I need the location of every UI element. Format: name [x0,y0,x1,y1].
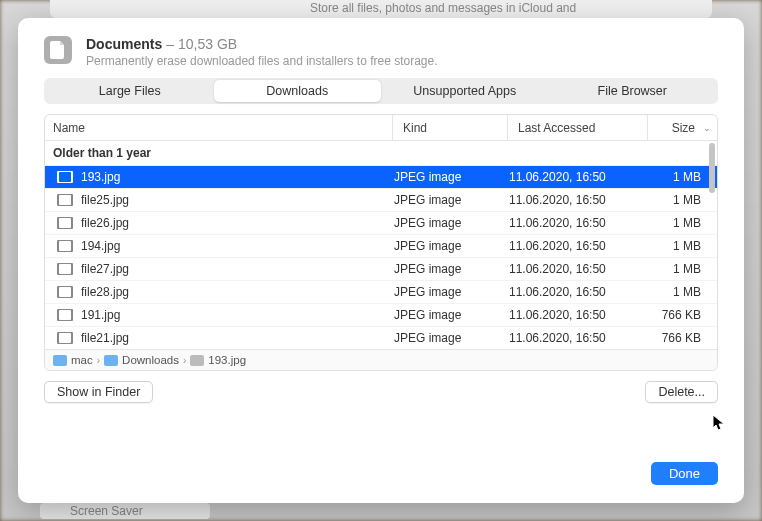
chevron-down-icon: ⌄ [703,123,711,133]
group-header: Older than 1 year [45,141,717,166]
file-kind: JPEG image [392,170,507,184]
table-row[interactable]: 193.jpgJPEG image11.06.2020, 16:501 MB [45,166,717,189]
action-row: Show in Finder Delete... [18,371,744,403]
column-kind[interactable]: Kind [392,115,507,140]
dialog-title: Documents [86,36,162,52]
file-kind: JPEG image [392,262,507,276]
file-date: 11.06.2020, 16:50 [507,239,647,253]
file-kind: JPEG image [392,193,507,207]
column-size-label: Size [672,121,695,135]
column-last-accessed[interactable]: Last Accessed [507,115,647,140]
jpeg-icon [57,240,73,252]
table-row[interactable]: file26.jpgJPEG image11.06.2020, 16:501 M… [45,212,717,235]
file-size: 1 MB [647,239,717,253]
file-table: Name Kind Last Accessed Size ⌄ Older tha… [44,114,718,371]
dialog-footer: Done [18,448,744,503]
tab-file-browser[interactable]: File Browser [549,80,717,102]
background-hint-top: Store all files, photos and messages in … [50,0,712,18]
file-name: 194.jpg [81,239,120,253]
done-button[interactable]: Done [651,462,718,485]
table-row[interactable]: file27.jpgJPEG image11.06.2020, 16:501 M… [45,258,717,281]
table-row[interactable]: 194.jpgJPEG image11.06.2020, 16:501 MB [45,235,717,258]
dialog-size: 10,53 GB [178,36,237,52]
table-row[interactable]: file25.jpgJPEG image11.06.2020, 16:501 M… [45,189,717,212]
file-name: file21.jpg [81,331,129,345]
chevron-right-icon: › [97,355,100,366]
scrollbar-thumb[interactable] [709,143,715,193]
jpeg-icon [57,332,73,344]
file-name: 191.jpg [81,308,120,322]
file-name: file25.jpg [81,193,129,207]
file-date: 11.06.2020, 16:50 [507,262,647,276]
breadcrumb: mac›Downloads›193.jpg [45,349,717,370]
file-size: 1 MB [647,193,717,207]
file-date: 11.06.2020, 16:50 [507,193,647,207]
breadcrumb-item[interactable]: Downloads [122,354,179,366]
file-kind: JPEG image [392,308,507,322]
breadcrumb-item[interactable]: mac [71,354,93,366]
tab-bar: Large FilesDownloadsUnsupported AppsFile… [44,78,718,104]
file-date: 11.06.2020, 16:50 [507,331,647,345]
jpeg-icon [57,194,73,206]
file-size: 1 MB [647,216,717,230]
file-kind: JPEG image [392,216,507,230]
documents-icon [44,36,72,64]
tab-unsupported-apps[interactable]: Unsupported Apps [381,80,549,102]
show-in-finder-button[interactable]: Show in Finder [44,381,153,403]
file-kind: JPEG image [392,285,507,299]
file-name: file27.jpg [81,262,129,276]
file-size: 1 MB [647,262,717,276]
folder-icon [104,355,118,366]
file-size: 766 KB [647,331,717,345]
file-name: file28.jpg [81,285,129,299]
file-size: 1 MB [647,170,717,184]
file-date: 11.06.2020, 16:50 [507,285,647,299]
file-kind: JPEG image [392,239,507,253]
jpeg-icon [57,217,73,229]
chevron-right-icon: › [183,355,186,366]
file-date: 11.06.2020, 16:50 [507,170,647,184]
jpeg-icon [57,171,73,183]
column-size[interactable]: Size ⌄ [647,115,717,140]
jpeg-icon [57,286,73,298]
table-row[interactable]: file21.jpgJPEG image11.06.2020, 16:50766… [45,327,717,349]
breadcrumb-item[interactable]: 193.jpg [208,354,246,366]
file-icon [190,355,204,366]
column-name[interactable]: Name [45,121,392,135]
delete-button[interactable]: Delete... [645,381,718,403]
dialog-header: Documents–10,53 GB Permanently erase dow… [18,18,744,78]
file-size: 766 KB [647,308,717,322]
tab-large-files[interactable]: Large Files [46,80,214,102]
file-name: file26.jpg [81,216,129,230]
table-header: Name Kind Last Accessed Size ⌄ [45,115,717,141]
file-date: 11.06.2020, 16:50 [507,216,647,230]
jpeg-icon [57,263,73,275]
table-row[interactable]: file28.jpgJPEG image11.06.2020, 16:501 M… [45,281,717,304]
dialog-title-row: Documents–10,53 GB [86,36,718,52]
file-kind: JPEG image [392,331,507,345]
jpeg-icon [57,309,73,321]
file-date: 11.06.2020, 16:50 [507,308,647,322]
file-size: 1 MB [647,285,717,299]
background-hint-bottom: Screen Saver [40,503,210,519]
table-body: Older than 1 year 193.jpgJPEG image11.06… [45,141,717,349]
disk-icon [53,355,67,366]
table-row[interactable]: 191.jpgJPEG image11.06.2020, 16:50766 KB [45,304,717,327]
file-name: 193.jpg [81,170,120,184]
dialog-subtitle: Permanently erase downloaded files and i… [86,54,718,68]
storage-documents-dialog: Documents–10,53 GB Permanently erase dow… [18,18,744,503]
tab-downloads[interactable]: Downloads [214,80,382,102]
